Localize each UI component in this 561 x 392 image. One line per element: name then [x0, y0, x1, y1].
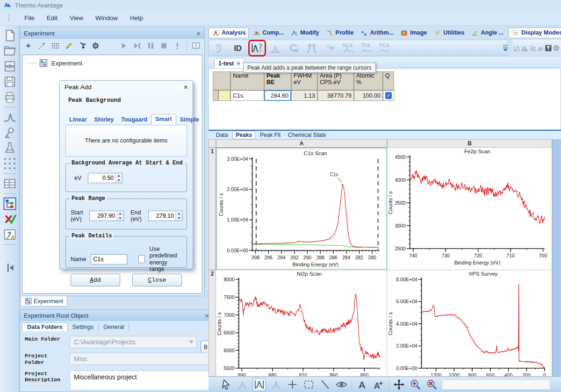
tab-angle[interactable]: Angle ... [468, 28, 506, 38]
alert-button[interactable] [173, 40, 182, 51]
step-button[interactable] [133, 40, 142, 51]
new-document-button[interactable] [2, 29, 17, 43]
save-button[interactable] [2, 75, 17, 89]
add-button[interactable]: Add [71, 274, 120, 286]
view-tab-chemical-state[interactable]: Chemical State [285, 131, 329, 139]
peak-name-input[interactable] [91, 254, 127, 264]
column-header[interactable]: Atomic% [354, 71, 383, 90]
vertical-scrollbar[interactable] [552, 139, 561, 377]
cluster-tool[interactable] [323, 42, 337, 55]
display-refresh-button[interactable] [553, 42, 560, 54]
tab-arithmetic[interactable]: Arithm... [357, 28, 396, 38]
field-value-main-folder[interactable]: C:\Avantage\Projects [70, 336, 197, 348]
data-table-button[interactable] [2, 177, 17, 191]
points-grid-button[interactable] [51, 40, 60, 51]
chevron-down-icon[interactable] [189, 341, 194, 343]
log-book-button[interactable] [192, 40, 201, 51]
chart-cell-b2[interactable]: XPS Survey1200100080060040020000.00E+002… [387, 270, 552, 377]
field-value-project-folder[interactable]: Misc [70, 353, 213, 365]
spin-up-icon[interactable] [176, 211, 182, 216]
menu-help[interactable]: Help [130, 14, 143, 21]
spin-up-icon[interactable] [117, 211, 123, 216]
menu-edit[interactable]: Edit [47, 14, 58, 21]
cell-name[interactable]: C1s [230, 90, 264, 101]
root-tab-data-folders[interactable]: Data Folders [22, 322, 68, 331]
collapse-panel-button[interactable] [2, 261, 17, 275]
stop-button[interactable] [159, 40, 168, 51]
menu-file[interactable]: File [24, 14, 35, 21]
display-filter-button[interactable] [545, 42, 552, 54]
row-header-2[interactable]: 2 [209, 270, 216, 377]
peak-range-tool[interactable] [252, 378, 266, 391]
cell-area[interactable]: 38770.79 [317, 90, 354, 101]
view-tab-peaks[interactable]: Peaks [232, 131, 255, 139]
measure-flask-button[interactable] [2, 141, 17, 155]
cursor-tool[interactable] [220, 378, 232, 391]
peak-query-tool[interactable]: ?| [214, 42, 228, 55]
tab-comp[interactable]: Comp... [250, 28, 287, 38]
grid-corner[interactable] [209, 139, 216, 148]
zoom-reset-tool[interactable] [425, 378, 438, 391]
cell-atomic[interactable]: 100.00 [354, 90, 383, 101]
display-area-button[interactable] [521, 42, 529, 54]
spin-down-icon[interactable] [176, 216, 182, 221]
pca-tool[interactable]: PCA [378, 42, 392, 55]
spin-up-icon[interactable] [115, 173, 122, 178]
menu-view[interactable]: View [70, 14, 83, 21]
use-predefined-checkbox[interactable] [138, 255, 144, 263]
background-tab-shirley[interactable]: Shirley [91, 115, 118, 125]
tree-node-experiment[interactable]: Experiment [27, 59, 202, 67]
route-tool[interactable] [305, 42, 319, 55]
more-tools-button[interactable] [502, 42, 509, 54]
background-tab-linear[interactable]: Linear [65, 115, 91, 125]
document-tab[interactable]: 1-test × [214, 58, 245, 69]
tab-analysis[interactable]: Analysis [209, 28, 249, 38]
column-header[interactable]: FWHMeV [291, 71, 317, 90]
peak-add-tool[interactable] [250, 42, 264, 55]
spin-down-icon[interactable] [117, 216, 123, 221]
column-header[interactable]: PeakBE [264, 71, 291, 90]
annotate-button[interactable] [2, 126, 17, 140]
cell-peak-be[interactable]: 284.60 [264, 90, 291, 101]
edit-button[interactable] [65, 40, 73, 51]
tfa-tool[interactable]: TFA [360, 42, 374, 55]
settings-button[interactable] [91, 40, 100, 51]
chart-cell-a1[interactable]: C1s Scan2982962942922902882862842822800.… [216, 148, 387, 270]
view-tab-peak-fit[interactable]: Peak Fit [257, 131, 283, 139]
grid-points-button[interactable] [2, 157, 17, 171]
root-tab-settings[interactable]: Settings [68, 323, 99, 331]
print-button[interactable] [2, 90, 17, 104]
cell-fwhm[interactable]: 1.13 [291, 90, 317, 101]
view-tab-data[interactable]: Data [213, 131, 230, 139]
survey-id-tool[interactable] [287, 42, 301, 55]
root-tab-general[interactable]: General [99, 323, 129, 331]
zoom-in-tool[interactable] [409, 378, 422, 391]
background-average-input[interactable] [88, 173, 115, 183]
column-header-b[interactable]: B [387, 139, 552, 148]
background-tab-smart[interactable]: Smart [151, 114, 176, 125]
chart-cell-b1[interactable]: Fe2p Scan7407307207107002500300035004000… [387, 148, 552, 270]
spin-down-icon[interactable] [115, 178, 122, 183]
field-value-project-description[interactable]: Miscellaneous project [70, 371, 213, 390]
line-tool[interactable] [319, 378, 331, 391]
text-tool[interactable]: A [356, 378, 368, 391]
display-stack-button[interactable] [529, 42, 537, 54]
id-tool[interactable]: ID [232, 42, 246, 55]
chart-cell-a2[interactable]: Ni2p Scan8908808708608505500600065007000… [216, 270, 387, 377]
peak-dot-tool[interactable] [270, 378, 282, 391]
tab-display-modes[interactable]: ?Display Modes [508, 28, 561, 38]
measure-button[interactable] [37, 40, 46, 51]
validate-button[interactable] [2, 212, 17, 226]
flow-button[interactable] [78, 40, 87, 51]
row-header-1[interactable]: 1 [209, 148, 216, 270]
crosshair-tool[interactable] [286, 378, 299, 391]
close-icon[interactable]: × [196, 30, 201, 37]
run-button[interactable] [119, 40, 128, 51]
tab-profile[interactable]: Profile [323, 28, 357, 38]
column-header[interactable]: Q [383, 71, 394, 90]
display-waterfall-button[interactable] [537, 42, 544, 54]
peak-display-button[interactable] [2, 110, 17, 124]
tab-image[interactable]: Image [397, 28, 430, 38]
help-display-button[interactable]: ? [2, 228, 17, 242]
peak-fit-tool[interactable] [268, 42, 282, 55]
